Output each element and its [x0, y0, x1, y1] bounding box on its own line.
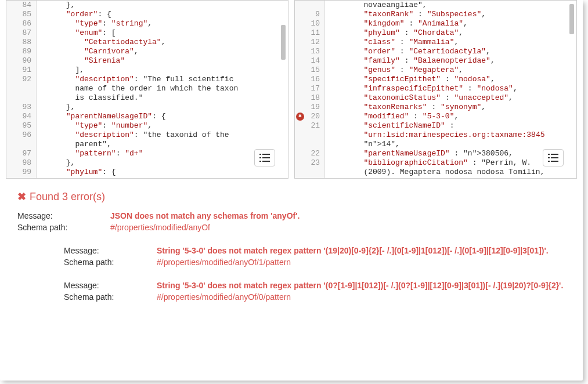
- line-number: 21: [295, 121, 324, 131]
- line-number: 99: [6, 168, 36, 177]
- code-right[interactable]: novaeangliae", "taxonRank" : "Subspecies…: [325, 1, 576, 178]
- gutter-left: 84858687888990919293949596979899100: [6, 1, 37, 178]
- svg-rect-9: [551, 157, 558, 158]
- line-number: 17: [295, 84, 324, 93]
- line-number: 86: [6, 19, 36, 28]
- close-icon: ✖: [17, 190, 26, 203]
- line-number: 10: [295, 19, 324, 28]
- code-line[interactable]: parent",: [39, 140, 286, 149]
- code-line[interactable]: "bibliographicCitation" : "Perrin, W.: [327, 158, 574, 168]
- validation-header-text: Found 3 error(s): [30, 191, 105, 203]
- line-number: [295, 168, 324, 177]
- svg-rect-1: [262, 154, 270, 155]
- code-line[interactable]: "class" : "Mammalia",: [327, 38, 574, 47]
- validation-header: ✖ Found 3 error(s): [17, 190, 565, 203]
- code-line[interactable]: "modified" : "5-3-0",: [327, 112, 574, 121]
- editor-panes: 84858687888990919293949596979899100 }, "…: [0, 0, 583, 179]
- code-line[interactable]: "taxonomicStatus" : "unaccepted",: [327, 93, 574, 103]
- message-label: Message:: [64, 281, 157, 290]
- list-button-left[interactable]: [254, 149, 275, 166]
- nested-errors: Message:String '5-3-0' does not match re…: [17, 246, 565, 302]
- svg-rect-5: [262, 161, 270, 162]
- nested-error: Message:String '5-3-0' does not match re…: [64, 281, 565, 302]
- scrollbar-right[interactable]: [568, 2, 575, 177]
- code-line[interactable]: "Sirenia": [39, 56, 286, 66]
- code-line[interactable]: "type": "string": [39, 177, 286, 178]
- code-line[interactable]: "order": {: [39, 10, 286, 19]
- line-number: 16: [295, 75, 324, 84]
- code-line[interactable]: "description": "the taxonid of the: [39, 131, 286, 140]
- schema-path-label: Schema path:: [17, 223, 110, 232]
- line-number: 90: [6, 56, 36, 66]
- message-label: Message:: [17, 211, 110, 220]
- schema-path-label: Schema path:: [64, 258, 157, 267]
- code-line[interactable]: "infraspecificEpithet" : "nodosa",: [327, 84, 574, 93]
- scroll-thumb-right[interactable]: [569, 4, 574, 34]
- code-line[interactable]: "taxonRemarks" : "synonym",: [327, 103, 574, 112]
- code-line[interactable]: "order" : "Cetartiodactyla",: [327, 47, 574, 56]
- code-line[interactable]: ],: [39, 66, 286, 75]
- code-line[interactable]: "specificEpithet" : "nodosa",: [327, 75, 574, 84]
- code-line[interactable]: "parentNameUsageID" : "n">380506,: [327, 149, 574, 158]
- code-line[interactable]: "Carnivora",: [39, 47, 286, 56]
- line-number: 98: [6, 158, 36, 168]
- code-line[interactable]: "family" : "Balaenopteridae",: [327, 56, 574, 66]
- list-button-right[interactable]: [543, 149, 564, 166]
- line-number: 93: [6, 103, 36, 112]
- line-number: 87: [6, 28, 36, 38]
- code-line[interactable]: novaeangliae",: [327, 1, 574, 10]
- code-line[interactable]: "description": "The full scientific: [39, 75, 286, 84]
- line-number: 14: [295, 56, 324, 66]
- line-number: 91: [6, 66, 36, 75]
- svg-rect-11: [551, 161, 558, 162]
- app-window: 84858687888990919293949596979899100 }, "…: [0, 0, 583, 381]
- code-line[interactable]: is classified.": [39, 93, 286, 103]
- svg-rect-0: [259, 154, 261, 155]
- svg-rect-8: [548, 157, 550, 158]
- code-line[interactable]: },: [39, 103, 286, 112]
- code-line[interactable]: "kingdom" : "Animalia",: [327, 19, 574, 28]
- scrollbar-left[interactable]: [280, 2, 287, 177]
- schema-path-value: #/properties/modified/anyOf/0/pattern: [157, 292, 565, 302]
- code-line[interactable]: "n">14",: [327, 140, 574, 149]
- line-number: 100: [6, 177, 36, 179]
- code-line[interactable]: "parentNameUsageID": {: [39, 112, 286, 121]
- line-number: 84: [6, 1, 36, 10]
- line-number: 92: [6, 75, 36, 84]
- code-line[interactable]: "type": "number",: [39, 121, 286, 131]
- line-number: [295, 131, 324, 140]
- schema-editor[interactable]: 84858687888990919293949596979899100 }, "…: [6, 0, 288, 179]
- line-number: 97: [6, 149, 36, 158]
- code-line[interactable]: "genus" : "Megaptera",: [327, 66, 574, 75]
- code-line[interactable]: "scientificNameID" :: [327, 121, 574, 131]
- line-number: [6, 84, 36, 93]
- line-number: 11: [295, 28, 324, 38]
- line-number: 95: [6, 121, 36, 131]
- code-line[interactable]: "urn:lsid:marinespecies.org:taxname:3845: [327, 131, 574, 140]
- line-number: [295, 140, 324, 149]
- schema-path-value: #/properties/modified/anyOf/1/pattern: [157, 258, 565, 267]
- instance-editor[interactable]: 91011121314151617181920✖212223 novaeangl…: [294, 0, 577, 179]
- code-line[interactable]: "taxonRank" : "Subspecies",: [327, 10, 574, 19]
- code-line[interactable]: name of the order in which the taxon: [39, 84, 286, 93]
- code-left[interactable]: }, "order": { "type": "string", "enum": …: [37, 1, 288, 178]
- code-line[interactable]: "phylum" : "Chordata",: [327, 28, 574, 38]
- list-icon: [548, 154, 558, 162]
- svg-rect-4: [259, 161, 261, 162]
- code-line[interactable]: "pattern": "d+": [39, 149, 286, 158]
- validation-results: ✖ Found 3 error(s) Message: JSON does no…: [0, 179, 583, 381]
- line-number: 19: [295, 103, 324, 112]
- svg-rect-3: [262, 157, 270, 158]
- line-number: 94: [6, 112, 36, 121]
- code-line[interactable]: },: [39, 158, 286, 168]
- code-line[interactable]: "Cetartiodactyla",: [39, 38, 286, 47]
- code-line[interactable]: (2009). Megaptera nodosa nodosa Tomilin,: [327, 168, 574, 177]
- schema-path-value: #/properties/modified/anyOf: [110, 223, 565, 232]
- scroll-thumb-left[interactable]: [281, 25, 286, 60]
- code-line[interactable]: "type": "string",: [39, 19, 286, 28]
- message-value: String '5-3-0' does not match regex patt…: [157, 246, 565, 255]
- code-line[interactable]: "phylum": {: [39, 168, 286, 177]
- code-line[interactable]: },: [39, 1, 286, 10]
- message-value: JSON does not match any schemas from 'an…: [110, 211, 565, 220]
- code-line[interactable]: "enum": [: [39, 28, 286, 38]
